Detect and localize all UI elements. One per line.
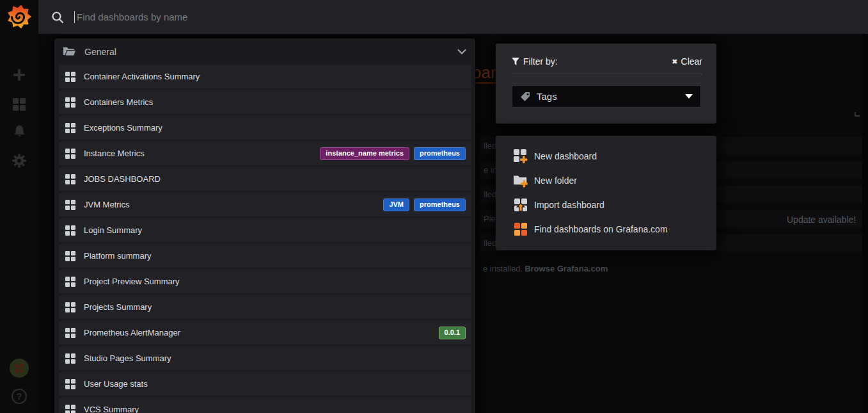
dashboard-grid-icon	[65, 405, 75, 413]
dashboard-name: VCS Summary	[84, 405, 139, 413]
clear-label: Clear	[681, 56, 702, 67]
avatar-image	[10, 359, 29, 378]
menu-item-find-dashboards-grafana-com[interactable]: Find dashboards on Grafana.com	[496, 217, 716, 241]
dashboard-grid-icon	[65, 328, 75, 338]
funnel-icon	[512, 58, 519, 65]
dashboard-row[interactable]: Containers Metrics	[59, 90, 471, 114]
dashboard-grid-icon	[65, 174, 75, 184]
dashboard-grid-icon	[65, 97, 75, 108]
gear-icon	[12, 153, 27, 168]
menu-item-new-folder[interactable]: New folder	[496, 168, 716, 193]
import-dashboard-icon	[512, 197, 528, 213]
menu-item-label: Find dashboards on Grafana.com	[534, 224, 668, 234]
dashboard-name: JOBS DASHBOARD	[84, 174, 161, 184]
dashboard-row[interactable]: JOBS DASHBOARD	[59, 167, 471, 191]
dashboard-grid-icon	[65, 149, 75, 159]
folder-open-icon	[63, 47, 75, 56]
create-new-button[interactable]	[0, 68, 38, 82]
help-button[interactable]: ?	[0, 389, 38, 404]
tag-badge[interactable]: JVM	[383, 198, 409, 211]
background-row-fragment: lled	[484, 238, 496, 248]
dashboard-name: Project Preview Summary	[84, 277, 180, 286]
background-footer-line: e installed.Browse Grafana.com	[483, 264, 608, 273]
dashboard-name: Containers Metrics	[84, 97, 153, 107]
dashboard-grid-icon	[65, 277, 75, 287]
dashboard-name: Exceptions Summary	[84, 123, 162, 133]
configuration-nav-button[interactable]	[0, 153, 38, 168]
dashboard-actions-menu: New dashboard New folder Import dashboar…	[496, 136, 716, 250]
dashboard-grid-icon	[65, 225, 75, 236]
browse-grafana-link: Browse Grafana.com	[525, 264, 608, 273]
clear-x-icon: ✖	[672, 58, 677, 66]
background-row-fragment: lled	[484, 190, 496, 199]
menu-item-label: Import dashboard	[534, 200, 604, 210]
tag-badge[interactable]: 0.0.1	[439, 327, 466, 339]
dashboard-row[interactable]: Login Summary	[59, 218, 471, 242]
clear-filters-button[interactable]: ✖ Clear	[672, 56, 702, 67]
search-placeholder: Find dashboards by name	[77, 12, 187, 22]
dashboard-grid-icon	[65, 123, 75, 133]
caret-down-icon	[685, 94, 693, 99]
new-folder-icon	[512, 173, 528, 188]
dashboard-row[interactable]: Project Preview Summary	[59, 270, 471, 293]
dashboard-name: Platform summary	[84, 251, 151, 261]
plus-icon	[12, 68, 26, 82]
search-results-panel: General Container Activations Summary Co…	[54, 38, 475, 413]
background-corner-glyph	[855, 112, 860, 117]
dashboard-grid-icon	[65, 72, 75, 82]
dashboard-row[interactable]: Prometheus AlertManager 0.0.1	[59, 321, 471, 344]
tag-icon	[520, 92, 530, 102]
dashboard-row[interactable]: Projects Summary	[59, 295, 471, 319]
dashboard-name: JVM Metrics	[84, 200, 130, 209]
folder-section-general[interactable]: General	[59, 38, 471, 65]
dashboard-name: Container Activations Summary	[84, 72, 200, 81]
tags-filter-dropdown[interactable]: Tags	[512, 85, 701, 108]
grafana-logo[interactable]	[6, 4, 32, 29]
dashboard-row[interactable]: Instance Metrics instance_name metrics p…	[59, 142, 471, 165]
background-heading-fragment: oard	[472, 63, 496, 82]
dashboard-name: Studio Pages Summary	[84, 353, 171, 363]
dashboard-row[interactable]: Container Activations Summary	[59, 65, 471, 88]
menu-item-label: New dashboard	[534, 151, 597, 161]
tag-badge[interactable]: prometheus	[414, 198, 466, 211]
new-dashboard-icon	[512, 149, 528, 164]
menu-item-label: New folder	[534, 175, 577, 186]
tag-badge[interactable]: instance_name metrics	[320, 147, 409, 160]
filter-header: Filter by: ✖ Clear	[512, 56, 702, 74]
dashboard-grid-icon	[65, 353, 75, 364]
dashboard-search-input[interactable]: Find dashboards by name	[74, 0, 868, 34]
help-icon: ?	[12, 389, 27, 404]
dashboard-grid-icon	[65, 200, 75, 210]
filter-panel: Filter by: ✖ Clear Tags	[496, 44, 716, 124]
dashboard-name: Projects Summary	[84, 302, 152, 312]
dashboard-row[interactable]: VCS Summary	[59, 398, 471, 413]
update-available-label: Update available!	[787, 215, 856, 225]
sidebar: ?	[0, 0, 38, 413]
dashboard-row[interactable]: Platform summary	[59, 244, 471, 268]
dashboard-row[interactable]: User Usage stats	[59, 372, 471, 396]
text-caret	[74, 11, 75, 23]
dashboard-row[interactable]: Exceptions Summary	[59, 116, 471, 140]
dashboard-name: Prometheus AlertManager	[84, 328, 180, 337]
search-topbar: Find dashboards by name	[38, 0, 868, 34]
tags-dropdown-label: Tags	[537, 91, 557, 102]
grafana-com-icon	[512, 222, 528, 236]
chevron-down-icon[interactable]	[457, 49, 466, 54]
search-icon	[51, 11, 64, 24]
grafana-flame-icon	[6, 4, 32, 29]
folder-name: General	[84, 47, 116, 57]
user-avatar[interactable]	[0, 359, 38, 378]
dashboard-row[interactable]: Studio Pages Summary	[59, 346, 471, 370]
dashboard-grid-icon	[65, 251, 75, 261]
dashboards-grid-icon	[12, 97, 26, 111]
dashboard-name: Login Summary	[84, 225, 142, 235]
menu-item-import-dashboard[interactable]: Import dashboard	[496, 193, 716, 217]
dashboard-row[interactable]: JVM Metrics JVM prometheus	[59, 193, 471, 216]
dashboard-name: User Usage stats	[84, 379, 148, 389]
dashboards-nav-button[interactable]	[0, 97, 38, 111]
menu-item-new-dashboard[interactable]: New dashboard	[496, 144, 716, 168]
dashboard-name: Instance Metrics	[84, 149, 145, 158]
filter-by-label: Filter by:	[523, 56, 558, 67]
tag-badge[interactable]: prometheus	[414, 147, 466, 160]
alerting-nav-button[interactable]	[0, 125, 38, 140]
